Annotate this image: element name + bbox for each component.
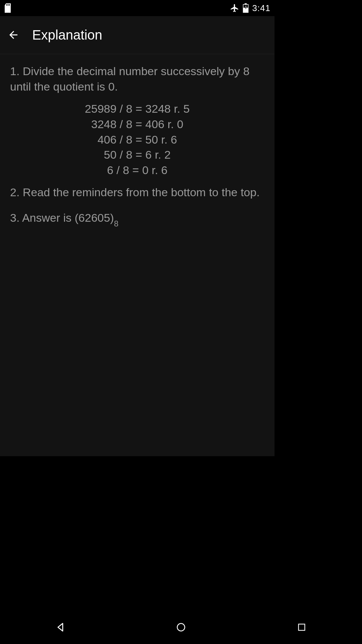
calculation-block: 25989 / 8 = 3248 r. 5 3248 / 8 = 406 r. …: [10, 101, 264, 178]
step-3-text: 3. Answer is (62605)8: [10, 210, 264, 227]
svg-rect-0: [6, 4, 7, 6]
page-title: Explanation: [32, 28, 102, 43]
status-clock: 3:41: [252, 3, 270, 13]
content-area: 1. Divide the decimal number successivel…: [0, 54, 275, 456]
status-left: [4, 3, 12, 13]
app-bar: Explanation: [0, 16, 275, 54]
answer-base-subscript: 8: [114, 219, 118, 228]
battery-charging-icon: [243, 3, 249, 13]
back-button[interactable]: [5, 27, 21, 43]
svg-rect-2: [9, 4, 10, 6]
status-bar: 3:41: [0, 0, 275, 16]
answer-prefix: 3. Answer is (62605): [10, 211, 114, 224]
airplane-mode-icon: [230, 3, 239, 13]
step-2-text: 2. Read the reminders from the bottom to…: [10, 185, 264, 200]
status-right: 3:41: [230, 3, 270, 13]
svg-rect-1: [8, 4, 8, 6]
arrow-left-icon: [7, 29, 19, 41]
step-1-text: 1. Divide the decimal number successivel…: [10, 64, 264, 95]
sd-card-icon: [4, 3, 12, 13]
